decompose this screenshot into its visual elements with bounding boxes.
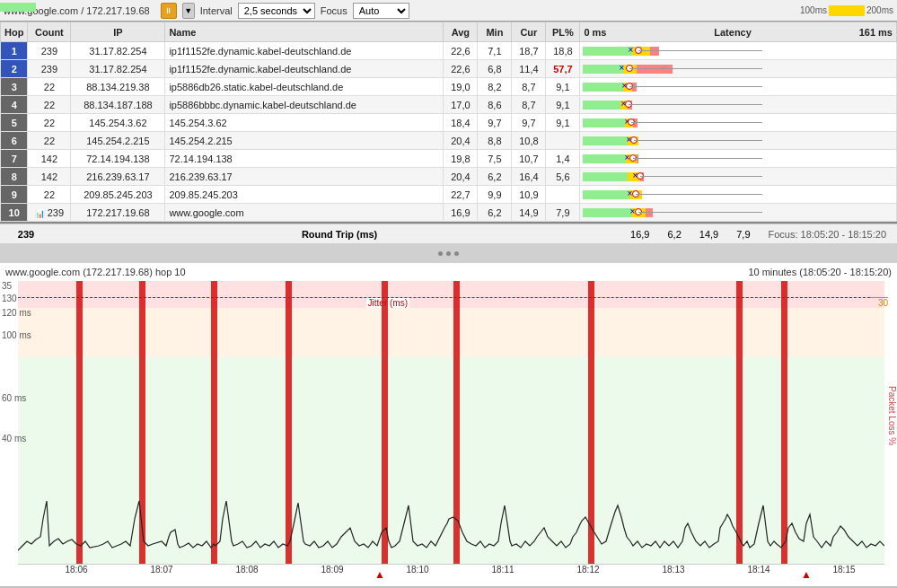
rtt-values: 16,9 6,2 14,9 7,9 (630, 229, 750, 240)
cell-name: ip1f1152fe.dynamic.kabel-deutschland.de (165, 42, 444, 60)
cell-ip: 209.85.245.203 (71, 186, 165, 204)
cell-latency: × (580, 150, 897, 168)
cell-latency: × (580, 204, 897, 222)
table-row: 42288.134.187.188ip5886bbbc.dynamic.kabe… (1, 96, 897, 114)
cell-ip: 145.254.3.62 (71, 114, 165, 132)
cell-min: 6,2 (478, 168, 512, 186)
time-1815: 18:15 (832, 565, 855, 575)
cell-latency: × (580, 42, 897, 60)
focus-label: Focus (321, 5, 347, 16)
dropdown-arrow[interactable]: ▼ (182, 3, 195, 19)
cell-latency: × (580, 114, 897, 132)
table-row: 714272.14.194.13872.14.194.13819,87,510,… (1, 150, 897, 168)
cell-avg: 18,4 (444, 114, 478, 132)
cell-min: 7,5 (478, 150, 512, 168)
table-row: 622145.254.2.215145.254.2.21520,48,810,8… (1, 132, 897, 150)
cell-name: ip5886bbbc.dynamic.kabel-deutschland.de (165, 96, 444, 114)
y-label-35: 35 (2, 281, 12, 291)
hop-2: 2 (1, 60, 28, 78)
cell-pl: 18,8 (546, 42, 580, 60)
cell-name: 145.254.3.62 (165, 114, 444, 132)
rtt-cur: 14,9 (699, 229, 718, 240)
table-row: 10📊 239172.217.19.68www.google.com16,96,… (1, 204, 897, 222)
hop-10: 10 (1, 204, 28, 222)
cell-min: 8,8 (478, 132, 512, 150)
chart-area: www.google.com (172.217.19.68) hop 10 10… (0, 263, 897, 586)
cell-count: 22 (28, 186, 71, 204)
interval-select[interactable]: 2,5 seconds 1 second 5 seconds (238, 3, 315, 19)
dot-1 (438, 251, 443, 256)
cell-min: 6,2 (478, 204, 512, 222)
cell-avg: 19,0 (444, 78, 478, 96)
cell-name: ip1f1152fe.dynamic.kabel-deutschland.de (165, 60, 444, 78)
table-body: 123931.17.82.254ip1f1152fe.dynamic.kabel… (1, 42, 897, 222)
dot-3 (454, 251, 459, 256)
cell-count: 22 (28, 114, 71, 132)
cell-cur: 14,9 (512, 204, 546, 222)
cell-cur: 10,9 (512, 186, 546, 204)
time-1811: 18:11 (491, 565, 514, 575)
cell-ip: 88.134.187.188 (71, 96, 165, 114)
cell-avg: 20,4 (444, 168, 478, 186)
pause-button[interactable]: ⏸ (161, 3, 177, 19)
cell-ip: 72.14.194.138 (71, 150, 165, 168)
cell-cur: 11,4 (512, 60, 546, 78)
triangle-1809: ▲ (374, 568, 385, 581)
cell-avg: 20,4 (444, 132, 478, 150)
table-row: 522145.254.3.62145.254.3.6218,49,79,79,1… (1, 114, 897, 132)
cell-name: ip5886db26.static.kabel-deutschland.de (165, 78, 444, 96)
cell-cur: 8,7 (512, 96, 546, 114)
top-bar: www.google.com / 172.217.19.68 ⏸ ▼ Inter… (0, 0, 897, 22)
cell-cur: 9,7 (512, 114, 546, 132)
hop-5: 5 (1, 114, 28, 132)
rtt-label: Round Trip (ms) (48, 229, 630, 240)
latency-waveform (18, 285, 884, 564)
col-latency: 0 ms Latency 161 ms (580, 22, 897, 42)
chart-title: www.google.com (172.217.19.68) hop 10 (5, 267, 186, 277)
table-row: 223931.17.82.254ip1f1152fe.dynamic.kabel… (1, 60, 897, 78)
col-pl: PL% (546, 22, 580, 42)
cell-ip: 216.239.63.17 (71, 168, 165, 186)
cell-avg: 22,6 (444, 60, 478, 78)
cell-pl: 9,1 (546, 114, 580, 132)
y-label-130: 130 (2, 294, 17, 303)
hop-7: 7 (1, 150, 28, 168)
time-1813: 18:13 (662, 565, 684, 575)
cell-min: 8,2 (478, 78, 512, 96)
separator (0, 243, 897, 263)
cell-ip: 31.17.82.254 (71, 42, 165, 60)
hop-1: 1 (1, 42, 28, 60)
col-hop: Hop (1, 22, 28, 42)
cell-pl: 7,9 (546, 204, 580, 222)
cell-count: 239 (28, 42, 71, 60)
cell-pl (546, 132, 580, 150)
cell-name: 145.254.2.215 (165, 132, 444, 150)
col-ip: IP (71, 22, 165, 42)
rtt-min: 6,2 (668, 229, 682, 240)
cell-min: 6,8 (478, 60, 512, 78)
time-1809: 18:09 (321, 565, 343, 575)
hop-4: 4 (1, 96, 28, 114)
cell-latency: × (580, 78, 897, 96)
col-count: Count (28, 22, 71, 42)
cell-latency: × (580, 168, 897, 186)
time-1806: 18:06 (65, 565, 87, 575)
time-1812: 18:12 (576, 565, 599, 575)
cell-ip: 172.217.19.68 (71, 204, 165, 222)
cell-count: 239 (28, 60, 71, 78)
cell-name: 72.14.194.138 (165, 150, 444, 168)
cell-count: 22 (28, 132, 71, 150)
time-1807: 18:07 (150, 565, 172, 575)
cell-count: 22 (28, 78, 71, 96)
interval-label: Interval (200, 5, 233, 16)
focus-select[interactable]: Auto Manual (353, 3, 409, 19)
cell-ip: 31.17.82.254 (71, 60, 165, 78)
time-1810: 18:10 (406, 565, 428, 575)
pl-y-axis-title: Packet Loss % (887, 326, 897, 505)
chart-body: Jitter (ms) 35 130 120 ms 100 ms 60 ms 4… (0, 281, 897, 582)
legend-200ms-bar (829, 5, 865, 16)
cell-cur: 8,7 (512, 78, 546, 96)
cell-avg: 16,9 (444, 204, 478, 222)
cell-latency: × (580, 132, 897, 150)
legend-200ms-label: 200ms (866, 5, 893, 15)
